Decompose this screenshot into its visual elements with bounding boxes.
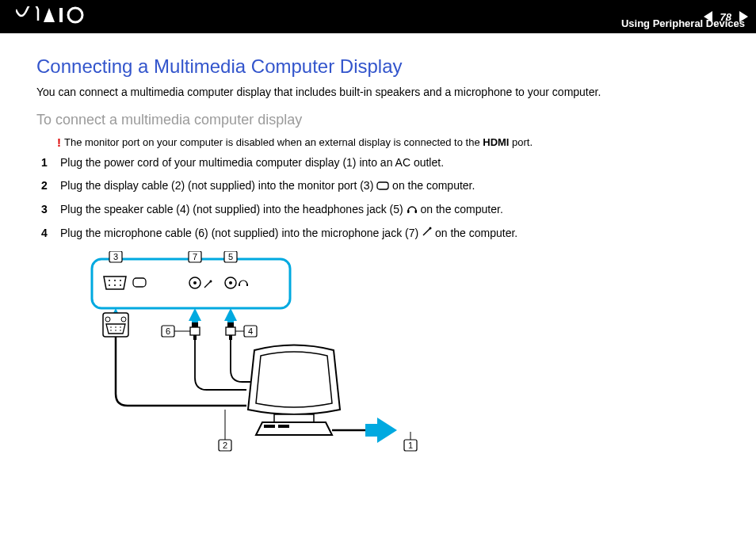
svg-rect-0 xyxy=(59,8,63,22)
svg-point-9 xyxy=(114,280,116,281)
svg-rect-42 xyxy=(226,327,235,335)
svg-point-35 xyxy=(110,330,112,332)
step-number: 4 xyxy=(41,225,60,242)
step-text: Plug the microphone cable (6) (not suppl… xyxy=(60,225,517,242)
microphone-icon xyxy=(422,225,432,242)
step-4: 4 Plug the microphone cable (6) (not sup… xyxy=(41,225,720,242)
connection-diagram: 3 7 5 6 4 xyxy=(68,251,720,460)
svg-point-36 xyxy=(115,330,116,332)
svg-point-10 xyxy=(120,280,121,281)
page-content: Connecting a Multimedia Computer Display… xyxy=(0,33,756,467)
step-3: 3 Plug the speaker cable (4) (not suppli… xyxy=(41,201,720,219)
svg-text:3: 3 xyxy=(113,252,118,261)
step-number: 3 xyxy=(41,201,60,218)
svg-point-8 xyxy=(109,280,110,281)
svg-rect-3 xyxy=(407,210,410,213)
warning-note: ! The monitor port on your computer is d… xyxy=(57,136,720,148)
svg-rect-52 xyxy=(278,425,289,428)
svg-line-17 xyxy=(204,281,211,288)
warning-text: The monitor port on your computer is dis… xyxy=(64,136,533,148)
svg-point-20 xyxy=(229,281,232,284)
section-label: Using Peripheral Devices xyxy=(621,17,745,29)
svg-text:6: 6 xyxy=(166,326,170,336)
monitor-port-icon xyxy=(376,178,389,195)
svg-point-12 xyxy=(114,284,116,286)
svg-point-18 xyxy=(210,280,212,283)
svg-rect-40 xyxy=(193,335,197,340)
svg-point-32 xyxy=(110,327,112,329)
svg-text:1: 1 xyxy=(408,441,413,450)
svg-rect-43 xyxy=(229,335,232,340)
headphones-icon xyxy=(407,202,418,219)
svg-point-13 xyxy=(120,284,121,286)
svg-rect-7 xyxy=(92,259,290,308)
page-title: Connecting a Multimedia Computer Display xyxy=(36,55,720,78)
step-1: 1 Plug the power cord of your multimedia… xyxy=(41,154,720,171)
svg-text:5: 5 xyxy=(228,252,233,261)
svg-text:4: 4 xyxy=(248,326,253,336)
step-list: 1 Plug the power cord of your multimedia… xyxy=(41,154,720,242)
warning-icon: ! xyxy=(57,136,61,148)
svg-point-33 xyxy=(115,327,116,329)
svg-rect-50 xyxy=(274,414,314,422)
step-text: Plug the display cable (2) (not supplied… xyxy=(60,177,475,195)
intro-text: You can connect a multimedia computer di… xyxy=(36,84,720,101)
svg-point-11 xyxy=(109,284,110,286)
svg-line-5 xyxy=(423,228,430,235)
svg-point-37 xyxy=(120,330,121,332)
svg-point-1 xyxy=(68,8,82,22)
svg-rect-21 xyxy=(239,284,240,286)
svg-rect-38 xyxy=(192,322,198,327)
svg-rect-22 xyxy=(246,284,248,286)
svg-rect-41 xyxy=(227,322,234,327)
vaio-logo xyxy=(16,5,95,29)
svg-text:7: 7 xyxy=(193,252,197,261)
svg-text:2: 2 xyxy=(223,441,227,450)
svg-rect-4 xyxy=(414,210,417,213)
step-number: 1 xyxy=(41,154,60,171)
svg-point-34 xyxy=(120,327,121,329)
svg-rect-14 xyxy=(133,278,146,287)
svg-rect-51 xyxy=(264,425,275,428)
step-2: 2 Plug the display cable (2) (not suppli… xyxy=(41,177,720,195)
page-subtitle: To connect a multimedia computer display xyxy=(36,112,720,128)
step-number: 2 xyxy=(41,177,60,194)
step-text: Plug the speaker cable (4) (not supplied… xyxy=(60,201,503,219)
svg-rect-2 xyxy=(377,182,388,189)
svg-rect-39 xyxy=(190,327,200,335)
step-text: Plug the power cord of your multimedia c… xyxy=(60,154,444,171)
svg-point-16 xyxy=(193,281,197,284)
